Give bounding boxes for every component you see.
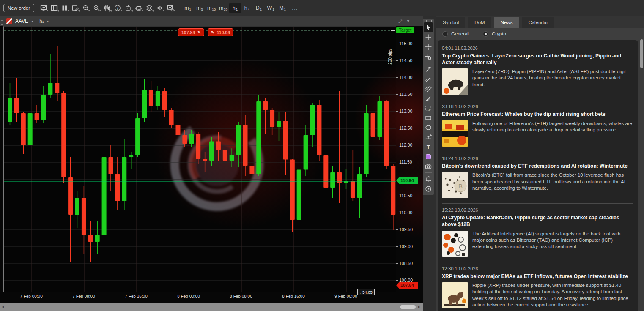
drag-handle-icon[interactable] bbox=[1, 18, 3, 25]
time-axis-label: 9 Feb 00:00 bbox=[334, 294, 357, 299]
scrollbar-thumb[interactable] bbox=[400, 305, 416, 309]
close-icon[interactable]: ✕ bbox=[406, 19, 410, 24]
symbol-logo-icon bbox=[6, 18, 12, 24]
text-tool[interactable]: T bbox=[424, 142, 433, 152]
timeframe-M1[interactable]: M1 bbox=[277, 3, 288, 13]
chart-titlebar[interactable]: AAVE ▾ h1 ▾ ⤢ ✕ bbox=[0, 16, 423, 26]
timeframe-m5[interactable]: m5 bbox=[194, 3, 206, 13]
cursor-tool[interactable] bbox=[424, 22, 433, 32]
eye-icon[interactable] bbox=[155, 3, 165, 13]
ellipse-tool[interactable] bbox=[424, 123, 433, 132]
tab-dom[interactable]: DoM bbox=[468, 17, 491, 28]
time-axis-label: 8 Feb 08:00 bbox=[230, 294, 252, 299]
zoom-in-icon[interactable] bbox=[91, 3, 102, 13]
fib-channel-tool[interactable] bbox=[424, 84, 433, 93]
layers-icon[interactable] bbox=[144, 3, 155, 13]
toolbar-more-button[interactable]: ... bbox=[292, 5, 298, 11]
fib-retracement-tool[interactable]: F bbox=[424, 103, 433, 113]
symbol-selector[interactable]: AAVE bbox=[15, 18, 28, 24]
price-axis-label: 112.50 bbox=[399, 125, 412, 131]
robot-icon[interactable] bbox=[123, 3, 134, 13]
divider bbox=[425, 172, 432, 173]
target-price-label[interactable]: Target bbox=[396, 27, 414, 33]
news-thumbnail[interactable] bbox=[442, 120, 468, 147]
news-title[interactable]: XRP trades below major EMAs as ETF inflo… bbox=[442, 273, 633, 280]
timeframe-m15[interactable]: m15 bbox=[206, 3, 217, 13]
price-axis-label: 108.50 bbox=[399, 260, 413, 266]
news-thumbnail[interactable]: B bbox=[442, 172, 468, 198]
news-title[interactable]: Top Crypto Gainers: LayerZero surges on … bbox=[442, 53, 633, 66]
timeframe-D1[interactable]: D1 bbox=[253, 3, 265, 13]
chart-horizontal-scrollbar[interactable]: ◂ ▸ bbox=[0, 303, 423, 311]
tab-calendar[interactable]: Calendar bbox=[522, 17, 554, 28]
news-thumbnail[interactable] bbox=[442, 282, 468, 308]
news-scrollbar-thumb[interactable] bbox=[640, 39, 643, 68]
chevron-down-icon[interactable]: ▾ bbox=[47, 19, 49, 23]
crosshair-dot-tool[interactable] bbox=[424, 42, 433, 52]
news-thumbnail[interactable] bbox=[442, 68, 468, 95]
brush-tool[interactable] bbox=[424, 93, 433, 103]
radio-crypto[interactable]: Crypto bbox=[483, 31, 506, 37]
crosshair-tool[interactable] bbox=[424, 32, 433, 42]
timeframe-m30[interactable]: m30 bbox=[217, 3, 229, 13]
replay-tool[interactable] bbox=[424, 184, 433, 194]
divider bbox=[425, 63, 432, 63]
magnet-crosshair-tool[interactable] bbox=[424, 52, 433, 61]
divider bbox=[36, 18, 36, 24]
price-axis-label: 110.50 bbox=[399, 193, 412, 199]
trend-line-tool[interactable] bbox=[424, 64, 433, 74]
news-title[interactable]: Bitcoin's downtrend caused by ETF redemp… bbox=[442, 163, 633, 170]
rectangle-tool[interactable] bbox=[424, 113, 433, 123]
timeframe-selector[interactable]: h1 bbox=[39, 19, 44, 24]
alert-bell-tool[interactable] bbox=[424, 174, 433, 184]
news-summary: Bitcoin's (BTC) fall from grace since th… bbox=[472, 172, 633, 198]
chevron-down-icon[interactable]: ▾ bbox=[31, 19, 33, 23]
measure-label: 200 pips bbox=[388, 49, 392, 65]
time-axis-label: 7 Feb 08:00 bbox=[72, 294, 95, 299]
timeframe-h1[interactable]: h1 bbox=[229, 3, 241, 13]
stop-loss-chip[interactable]: 107.84✎ bbox=[178, 28, 204, 36]
candlestick-canvas bbox=[4, 27, 396, 292]
radio-general[interactable]: General bbox=[442, 31, 469, 37]
grid-icon[interactable] bbox=[60, 3, 70, 13]
camera-tool[interactable] bbox=[424, 161, 433, 171]
popout-icon[interactable]: ⤢ bbox=[398, 19, 402, 24]
news-panel: SymbolDoMNewsCalendar GeneralCrypto 04:0… bbox=[436, 16, 644, 311]
news-item[interactable]: 23:18 10.02.2026Ethereum Price Forecast:… bbox=[442, 100, 633, 152]
tab-news[interactable]: News bbox=[494, 17, 519, 28]
zoom-out-icon[interactable] bbox=[81, 3, 91, 13]
measure-tool[interactable] bbox=[424, 132, 433, 142]
entry-price-chip[interactable]: ✎110.94 bbox=[208, 28, 233, 36]
news-thumbnail[interactable] bbox=[442, 231, 468, 257]
news-title[interactable]: AI Crypto Update: BankrCoin, Pippin surg… bbox=[442, 215, 633, 228]
news-item[interactable]: 04:01 11.02.2026Top Crypto Gainers: Laye… bbox=[442, 42, 633, 100]
timeframe-m1[interactable]: m1 bbox=[182, 3, 194, 13]
new-order-button[interactable]: New order bbox=[3, 4, 34, 12]
monitor-chart-icon[interactable] bbox=[38, 3, 49, 13]
news-item[interactable]: 18:24 10.02.2026Bitcoin's downtrend caus… bbox=[442, 152, 633, 204]
scroll-left-icon[interactable]: ◂ bbox=[2, 304, 4, 309]
trade-bot-icon[interactable] bbox=[134, 3, 144, 13]
chart-edit-icon[interactable] bbox=[70, 3, 81, 13]
price-axis-label: 111.50 bbox=[399, 159, 412, 165]
edit-tag-icon: ✎ bbox=[211, 30, 214, 35]
news-list[interactable]: 04:01 11.02.2026Top Crypto Gainers: Laye… bbox=[438, 40, 638, 311]
news-title[interactable]: Ethereum Price Forecast: Whales buy the … bbox=[442, 111, 633, 118]
functions-icon[interactable]: f bbox=[112, 3, 123, 13]
chart-settings-icon[interactable] bbox=[165, 3, 176, 13]
news-item[interactable]: 12:30 10.02.2026XRP trades below major E… bbox=[442, 262, 633, 311]
polyline-tool[interactable] bbox=[424, 74, 433, 84]
radio-icon bbox=[483, 31, 488, 37]
timeframe-h4[interactable]: h4 bbox=[241, 3, 253, 13]
drag-handle-icon[interactable] bbox=[425, 20, 432, 22]
chart-plot-area[interactable]: 107.84✎ ✎110.94 200 pips bbox=[3, 26, 396, 292]
tab-symbol[interactable]: Symbol bbox=[436, 17, 465, 28]
scroll-right-icon[interactable]: ▸ bbox=[418, 304, 420, 309]
news-item[interactable]: 15:22 10.02.2026AI Crypto Update: BankrC… bbox=[442, 204, 633, 262]
time-axis-label: 8 Feb 00:00 bbox=[177, 294, 200, 299]
price-axis[interactable]: Target 115.00114.50114.00113.50113.00112… bbox=[396, 26, 423, 292]
color-swatch-tool[interactable] bbox=[424, 152, 433, 161]
candlesticks-icon[interactable] bbox=[102, 3, 112, 13]
timeframe-W1[interactable]: W1 bbox=[265, 3, 277, 13]
panel-layout-icon[interactable] bbox=[49, 3, 60, 13]
